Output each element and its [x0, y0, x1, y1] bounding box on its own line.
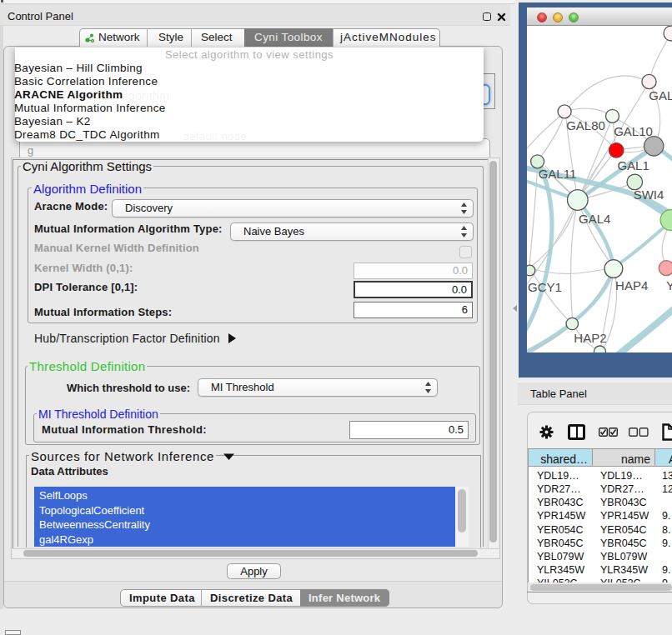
- svg-text:HAP4: HAP4: [615, 278, 648, 292]
- svg-text:GAL80: GAL80: [566, 118, 605, 132]
- svg-text:GAL10: GAL10: [614, 124, 653, 138]
- svg-text:Y: Y: [666, 278, 672, 292]
- svg-text:GAL4: GAL4: [579, 212, 610, 226]
- svg-text:SWI4: SWI4: [634, 188, 664, 202]
- svg-text:GAL2: GAL2: [649, 88, 672, 102]
- svg-text:HAP2: HAP2: [574, 331, 606, 345]
- svg-text:GAL1: GAL1: [617, 158, 649, 172]
- svg-text:GCY1: GCY1: [528, 280, 562, 294]
- svg-text:GAL11: GAL11: [539, 167, 577, 181]
